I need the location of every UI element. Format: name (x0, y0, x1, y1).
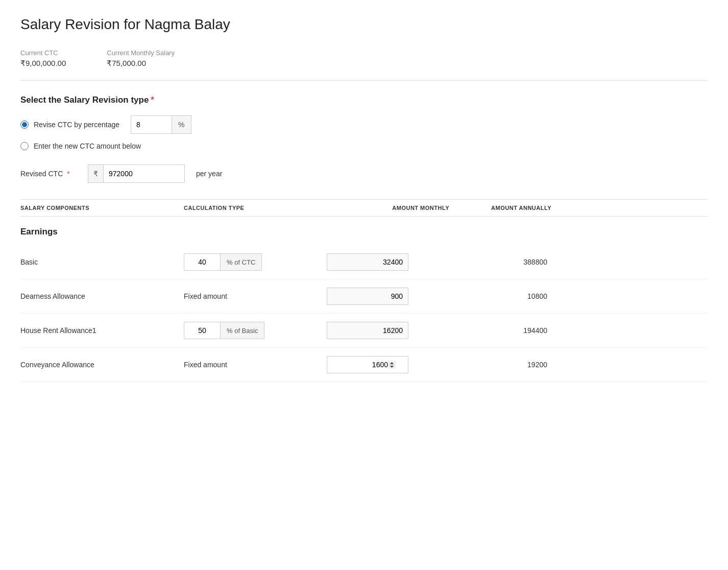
amount-annually-da: 10800 (449, 292, 551, 300)
calc-number-basic[interactable] (184, 253, 221, 271)
calc-type-basic: % of CTC (184, 253, 327, 271)
amount-monthly-da[interactable] (327, 288, 408, 305)
currency-prefix: ₹ (88, 164, 103, 183)
percentage-input[interactable] (131, 115, 172, 134)
percentage-input-group: % (131, 115, 191, 134)
page-title: Salary Revision for Nagma Balay (20, 16, 708, 33)
calc-text-conveyance: Fixed amount (184, 361, 227, 369)
required-indicator: * (151, 95, 154, 105)
table-row: House Rent Allowance1 % of Basic 194400 (20, 314, 708, 348)
radio-revise-percentage[interactable] (20, 121, 29, 129)
radio-percentage-label[interactable]: Revise CTC by percentage (34, 121, 119, 129)
current-monthly-block: Current Monthly Salary ₹75,000.00 (107, 49, 175, 68)
percentage-suffix: % (172, 115, 191, 134)
amount-monthly-hra-wrap (327, 322, 449, 339)
calc-suffix-hra: % of Basic (221, 322, 264, 339)
revised-ctc-input-group: ₹ (88, 164, 185, 183)
table-row: Conveyance Allowance Fixed amount 19200 (20, 348, 708, 382)
calc-type-da: Fixed amount (184, 292, 327, 300)
header-amount-monthly: AMOUNT MONTHLY (327, 205, 449, 211)
radio-row-percentage: Revise CTC by percentage % (20, 115, 708, 134)
spinner-wrap-conveyance (327, 356, 408, 373)
amount-monthly-conveyance-wrap (327, 356, 449, 373)
calc-number-hra[interactable] (184, 322, 221, 339)
calc-type-conveyance: Fixed amount (184, 361, 327, 369)
table-row: Dearness Allowance Fixed amount 10800 (20, 279, 708, 314)
table-row: Basic % of CTC 388800 (20, 245, 708, 279)
amount-annually-hra: 194400 (449, 326, 551, 335)
section-divider (20, 80, 708, 81)
current-ctc-value: ₹9,00,000.00 (20, 59, 66, 68)
current-ctc-block: Current CTC ₹9,00,000.00 (20, 49, 66, 68)
radio-new-ctc[interactable] (20, 142, 29, 150)
calc-suffix-basic: % of CTC (221, 253, 262, 271)
calc-text-da: Fixed amount (184, 292, 227, 300)
current-ctc-label: Current CTC (20, 49, 66, 57)
earnings-title: Earnings (20, 227, 708, 237)
revision-type-title: Select the Salary Revision type* (20, 95, 708, 105)
per-year-label: per year (196, 170, 222, 178)
amount-monthly-hra[interactable] (327, 322, 408, 339)
revision-type-radio-group: Revise CTC by percentage % Enter the new… (20, 115, 708, 150)
component-name-conveyance: Conveyance Allowance (20, 361, 184, 369)
current-monthly-label: Current Monthly Salary (107, 49, 175, 57)
amount-monthly-basic-wrap (327, 253, 449, 271)
radio-row-new-ctc: Enter the new CTC amount below (20, 142, 708, 150)
revised-ctc-input[interactable] (103, 164, 185, 183)
component-name-da: Dearness Allowance (20, 292, 184, 300)
header-calculation-type: CALCULATION TYPE (184, 205, 327, 211)
component-name-hra: House Rent Allowance1 (20, 326, 184, 335)
amount-monthly-basic[interactable] (327, 253, 408, 271)
amount-monthly-da-wrap (327, 288, 449, 305)
table-header: SALARY COMPONENTS CALCULATION TYPE AMOUN… (20, 199, 708, 217)
radio-new-ctc-label[interactable]: Enter the new CTC amount below (34, 142, 141, 150)
calc-type-hra: % of Basic (184, 322, 327, 339)
current-info-section: Current CTC ₹9,00,000.00 Current Monthly… (20, 49, 708, 68)
revised-ctc-label: Revised CTC * (20, 170, 82, 178)
revised-ctc-required: * (65, 170, 69, 178)
amount-annually-basic: 388800 (449, 258, 551, 266)
component-name-basic: Basic (20, 258, 184, 266)
revised-ctc-row: Revised CTC * ₹ per year (20, 164, 708, 183)
header-salary-components: SALARY COMPONENTS (20, 205, 184, 211)
amount-monthly-conveyance[interactable] (327, 356, 408, 373)
current-monthly-value: ₹75,000.00 (107, 59, 175, 68)
amount-annually-conveyance: 19200 (449, 361, 551, 369)
header-amount-annually: AMOUNT ANNUALLY (449, 205, 551, 211)
